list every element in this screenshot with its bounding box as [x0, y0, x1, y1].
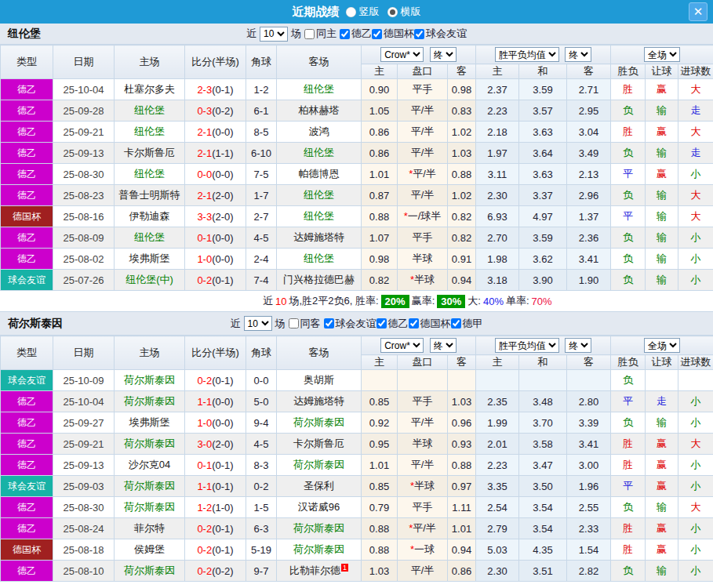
- league-filter[interactable]: 德国杯: [372, 27, 414, 41]
- cell-corners: 8-5: [246, 122, 277, 143]
- cell-score: 2-1(0-0): [185, 122, 246, 143]
- radio-unselected-icon[interactable]: [346, 7, 356, 17]
- same-venue-filter[interactable]: 同客: [289, 317, 321, 331]
- win-rate-badge: 20%: [381, 295, 409, 308]
- sub-header-goals: 进球数: [678, 64, 713, 79]
- halftime-score: (0-0): [212, 232, 233, 244]
- league-filter-checkbox[interactable]: [409, 318, 419, 328]
- match-count-select[interactable]: 10: [244, 316, 272, 331]
- league-filter[interactable]: 德乙: [377, 317, 409, 331]
- league-filter[interactable]: 德乙: [340, 27, 372, 41]
- cell-handicap: 平手: [398, 79, 448, 100]
- odds-company-select[interactable]: Crow*: [380, 338, 424, 353]
- cell-home-team: 埃弗斯堡: [115, 412, 185, 434]
- cell-away-team: 荷尔斯泰因: [277, 518, 362, 539]
- cell-home-team: 卡尔斯鲁厄: [115, 143, 185, 164]
- same-venue-checkbox[interactable]: [289, 318, 299, 328]
- cell-home-team: 纽伦堡: [115, 227, 185, 249]
- cell-home-team: 荷尔斯泰因: [115, 370, 185, 391]
- league-filter-checkbox[interactable]: [414, 29, 424, 39]
- cell-odds-away: 0.97: [448, 476, 476, 497]
- cell-handicap-result: 赢: [646, 476, 678, 497]
- cell-result: 胜: [611, 79, 646, 100]
- scope-select[interactable]: 全场: [644, 338, 680, 353]
- league-filter-checkbox[interactable]: [372, 29, 382, 39]
- league-filter[interactable]: 德国杯: [409, 317, 451, 331]
- cell-avg-home: 3.35: [476, 476, 519, 497]
- same-venue-checkbox[interactable]: [304, 29, 315, 39]
- odds-state-select[interactable]: 终: [430, 47, 457, 62]
- cell-handicap-result: 赢: [646, 434, 678, 455]
- scope-select[interactable]: 全场: [644, 47, 680, 62]
- sub-header-avg-away: 客: [567, 355, 611, 370]
- cell-avg-draw: [519, 370, 567, 391]
- cell-odds-home: 0.86: [362, 122, 398, 143]
- cell-avg-home: 2.30: [476, 561, 519, 582]
- radio-selected-icon[interactable]: [387, 7, 398, 17]
- cell-odds-away: 0.88: [448, 164, 476, 185]
- league-filter-checkbox[interactable]: [377, 318, 387, 328]
- cell-avg-draw: 3.48: [519, 391, 567, 412]
- close-icon[interactable]: ✕: [689, 2, 708, 21]
- cell-corners: 0-0: [246, 370, 277, 391]
- cell-avg-home: 2.79: [476, 518, 519, 539]
- league-filter[interactable]: 球会友谊: [414, 27, 467, 41]
- single-label: 单率:: [506, 294, 529, 308]
- cell-handicap: 平/半: [398, 561, 448, 582]
- league-filter-checkbox[interactable]: [340, 29, 350, 39]
- cell-odds-home: 0.85: [362, 391, 398, 412]
- cell-avg-draw: 4.97: [519, 206, 567, 227]
- cell-date: 25-09-03: [53, 476, 115, 497]
- avg-type-select[interactable]: 胜平负均值: [495, 338, 559, 353]
- cell-handicap-result: 输: [646, 206, 678, 227]
- cell-avg-away: 1.54: [567, 539, 611, 561]
- cell-date: 25-08-18: [53, 539, 115, 561]
- odds-rate-label: 赢率:: [412, 294, 435, 308]
- team-title: 荷尔斯泰因: [8, 317, 63, 331]
- league-filter-checkbox[interactable]: [324, 318, 334, 328]
- league-filter-label: 德国杯: [420, 317, 451, 331]
- league-filter-label: 球会友谊: [426, 27, 467, 41]
- avg-type-select[interactable]: 胜平负均值: [495, 47, 559, 62]
- cell-avg-away: 2.55: [567, 497, 611, 518]
- cell-corners: 1-5: [246, 497, 277, 518]
- league-badge: 德乙: [1, 455, 53, 476]
- odds-rate-badge: 30%: [437, 295, 465, 308]
- cell-odds-home: 0.82: [362, 270, 398, 291]
- cell-corners: 7-4: [246, 270, 277, 291]
- match-count-select[interactable]: 10: [260, 27, 288, 42]
- cell-avg-home: 2.37: [476, 79, 519, 100]
- league-filter[interactable]: 德甲: [451, 317, 483, 331]
- layout-radio-horizontal[interactable]: 横版: [387, 5, 421, 19]
- record-summary: 近10场,胜2平2负6, 胜率: 20% 赢率: 30% 大:40% 单率:70…: [0, 291, 713, 312]
- avg-state-select[interactable]: 终: [565, 47, 591, 62]
- cell-avg-home: 5.03: [476, 539, 519, 561]
- layout-radio-vertical[interactable]: 竖版: [346, 5, 380, 19]
- table-row: 德乙25-08-23普鲁士明斯特2-1(2-0)1-7纽伦堡0.87平/半1.0…: [1, 185, 713, 206]
- cell-corners: 6-3: [246, 518, 277, 539]
- cell-odds-home: [362, 370, 398, 391]
- cell-home-team: 荷尔斯泰因: [115, 497, 185, 518]
- cell-handicap: 平手: [398, 497, 448, 518]
- cell-avg-away: 1.96: [567, 476, 611, 497]
- league-badge: 德乙: [1, 100, 53, 122]
- cell-avg-away: 3.39: [567, 412, 611, 434]
- same-venue-label: 同客: [300, 317, 321, 331]
- games-label: 场: [291, 27, 301, 41]
- cell-home-team: 杜塞尔多夫: [115, 79, 185, 100]
- cell-result: 胜: [611, 539, 646, 561]
- cell-avg-draw: 4.35: [519, 539, 567, 561]
- cell-handicap: 平/半: [398, 143, 448, 164]
- league-filter[interactable]: 球会友谊: [324, 317, 377, 331]
- filter-controls: 近 10 场 同主 德乙德国杯球会友谊: [246, 27, 467, 42]
- cell-odds-away: 0.98: [448, 79, 476, 100]
- odds-state-select[interactable]: 终: [430, 338, 457, 353]
- league-filter-checkbox[interactable]: [451, 318, 461, 328]
- same-venue-filter[interactable]: 同主: [304, 27, 336, 41]
- sub-header-avg-draw: 和: [519, 64, 567, 79]
- cell-avg-away: 2.82: [567, 561, 611, 582]
- table-row: 德乙25-08-30荷尔斯泰因1-2(1-0)1-5汉诺威960.79平手1.1…: [1, 497, 713, 518]
- odds-company-select[interactable]: Crow*: [380, 47, 424, 62]
- avg-state-select[interactable]: 终: [565, 338, 591, 353]
- table-row: 德乙25-09-27埃弗斯堡1-0(0-0)9-4荷尔斯泰因0.92平/半0.9…: [1, 412, 713, 434]
